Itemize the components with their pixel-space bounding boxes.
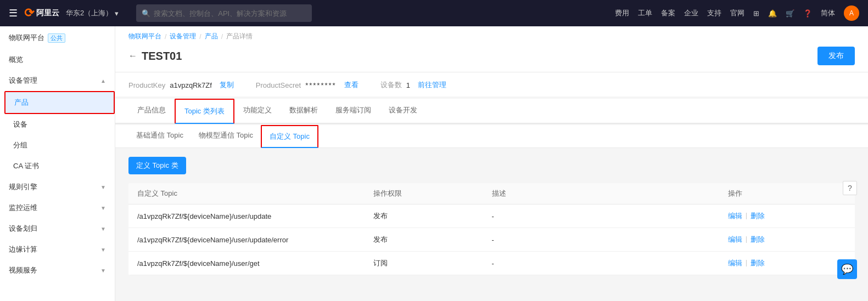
search-icon: 🔍 [142, 9, 150, 18]
row3-actions: 编辑 | 删除 [728, 258, 846, 268]
copy-link[interactable]: 复制 [220, 80, 234, 90]
row1-description: - [492, 212, 728, 220]
product-secret-item: ProductSecret ******** 查看 [256, 80, 359, 90]
sidebar-item-device-management[interactable]: 设备管理 ▲ [0, 70, 115, 91]
breadcrumb: 物联网平台 / 设备管理 / 产品 / 产品详情 [128, 26, 855, 41]
tab-device-dev[interactable]: 设备开发 [380, 99, 426, 124]
table-header: 自定义 Topic 操作权限 描述 操作 [128, 183, 855, 205]
row2-delete-link[interactable]: 删除 [751, 235, 765, 245]
chevron-down-icon-monitor: ▼ [100, 205, 106, 211]
chevron-down-icon: ▾ [115, 9, 119, 18]
tab-topic-list[interactable]: Topic 类列表 [175, 99, 234, 124]
sidebar-platform-label: 物联网平台 [9, 33, 44, 43]
row1-edit-link[interactable]: 编辑 [728, 211, 742, 221]
nav-action-enterprise[interactable]: 企业 [684, 8, 698, 18]
tab-product-info[interactable]: 产品信息 [128, 99, 175, 124]
sidebar-item-overview[interactable]: 概览 [0, 49, 115, 70]
subtab-thing-model[interactable]: 物模型通信 Topic [191, 125, 261, 148]
sidebar-item-products[interactable]: 产品 [4, 91, 115, 114]
sidebar-item-groups[interactable]: 分组 [4, 135, 115, 156]
row1-permission: 发布 [373, 211, 491, 221]
main-content: 物联网平台 / 设备管理 / 产品 / 产品详情 ← TEST01 发布 Pro… [115, 26, 868, 301]
question-icon[interactable]: ❓ [803, 9, 812, 18]
table-row: /a1vpzqRk7Zf/${deviceName}/user/get 订阅 -… [128, 252, 855, 275]
nav-action-official[interactable]: 官网 [730, 8, 744, 18]
menu-icon[interactable]: ☰ [9, 7, 18, 19]
region-selector[interactable]: 华东2（上海） ▾ [66, 8, 119, 18]
top-navigation: ☰ ⟳ 阿里云 华东2（上海） ▾ 🔍 费用 工单 备案 企业 支持 官网 ⊞ … [0, 0, 868, 26]
row3-description: - [492, 259, 728, 268]
row2-topic: /a1vpzqRk7Zf/${deviceName}/user/update/e… [137, 236, 373, 244]
back-button[interactable]: ← [128, 51, 137, 61]
tab-function-def[interactable]: 功能定义 [234, 99, 281, 124]
view-link[interactable]: 查看 [344, 80, 359, 90]
product-name: TEST01 [142, 50, 182, 63]
breadcrumb-device-mgmt[interactable]: 设备管理 [170, 32, 196, 41]
sidebar-item-monitor-ops[interactable]: 监控运维 ▼ [0, 197, 115, 218]
row3-edit-link[interactable]: 编辑 [728, 258, 742, 268]
sidebar: 物联网平台 公共 概览 设备管理 ▲ 产品 设备 分组 CA 证书 规则引擎 [0, 26, 115, 301]
sub-tabs: 基础通信 Topic 物模型通信 Topic 自定义 Topic [115, 125, 868, 148]
sidebar-platform-tag: 公共 [48, 33, 65, 43]
col-header-actions: 操作 [728, 189, 846, 198]
simplified-label[interactable]: 简体 [821, 8, 835, 18]
col-header-permission: 操作权限 [373, 189, 491, 198]
row1-delete-link[interactable]: 删除 [751, 211, 765, 221]
define-topic-button[interactable]: 定义 Topic 类 [128, 157, 186, 174]
row3-delete-link[interactable]: 删除 [751, 258, 765, 268]
row3-topic: /a1vpzqRk7Zf/${deviceName}/user/get [137, 259, 373, 268]
publish-button[interactable]: 发布 [817, 47, 855, 65]
subtab-custom[interactable]: 自定义 Topic [261, 125, 318, 148]
row3-permission: 订阅 [373, 258, 491, 268]
topic-table: 自定义 Topic 操作权限 描述 操作 /a1vpzqRk7Zf/${devi… [128, 183, 855, 275]
manage-link[interactable]: 前往管理 [418, 80, 446, 90]
nav-action-record[interactable]: 备案 [661, 8, 675, 18]
breadcrumb-iot[interactable]: 物联网平台 [128, 32, 161, 41]
search-bar[interactable]: 🔍 [136, 4, 312, 22]
breadcrumb-current: 产品详情 [226, 32, 253, 41]
main-layout: 物联网平台 公共 概览 设备管理 ▲ 产品 设备 分组 CA 证书 规则引擎 [0, 26, 868, 301]
avatar[interactable]: A [844, 5, 859, 21]
breadcrumb-products[interactable]: 产品 [205, 32, 218, 41]
product-secret-value: ******** [305, 81, 336, 89]
chevron-down-icon-video: ▼ [100, 268, 106, 274]
product-info: ProductKey a1vpzqRk7Zf 复制 ProductSecret … [115, 72, 868, 96]
subtab-basic[interactable]: 基础通信 Topic [128, 125, 191, 148]
col-header-topic: 自定义 Topic [137, 189, 373, 198]
chevron-up-icon: ▲ [100, 78, 106, 84]
page-title: ← TEST01 [128, 50, 182, 63]
cart-icon[interactable]: 🛒 [786, 9, 794, 18]
table-row: /a1vpzqRk7Zf/${deviceName}/user/update/e… [128, 228, 855, 252]
main-tabs: 产品信息 Topic 类列表 功能定义 数据解析 服务端订阅 设备开发 [115, 99, 868, 124]
col-header-description: 描述 [492, 189, 728, 198]
sidebar-item-edge-compute[interactable]: 边缘计算 ▼ [0, 239, 115, 260]
chat-icon[interactable]: 💬 [837, 259, 857, 279]
page-header: 物联网平台 / 设备管理 / 产品 / 产品详情 ← TEST01 发布 [115, 26, 868, 72]
sidebar-item-video[interactable]: 视频服务 ▼ [0, 260, 115, 281]
screen-icon[interactable]: ⊞ [753, 9, 759, 18]
nav-action-fees[interactable]: 费用 [615, 8, 629, 18]
product-key-value: a1vpzqRk7Zf [170, 81, 212, 89]
tab-data-parse[interactable]: 数据解析 [281, 99, 327, 124]
content-area: 定义 Topic 类 自定义 Topic 操作权限 描述 操作 /a1vpzqR… [115, 148, 868, 284]
sidebar-item-device-assign[interactable]: 设备划归 ▼ [0, 218, 115, 239]
nav-action-support[interactable]: 支持 [707, 8, 721, 18]
page-title-row: ← TEST01 发布 [128, 41, 855, 72]
nav-actions: 费用 工单 备案 企业 支持 官网 ⊞ 🔔 🛒 ❓ 简体 A [615, 5, 859, 21]
row2-description: - [492, 236, 728, 244]
sidebar-item-rules-engine[interactable]: 规则引擎 ▼ [0, 177, 115, 197]
sidebar-item-devices[interactable]: 设备 [4, 114, 115, 135]
sidebar-platform: 物联网平台 公共 [0, 26, 115, 49]
chevron-down-icon-rules: ▼ [100, 184, 106, 190]
row1-actions: 编辑 | 删除 [728, 211, 846, 221]
device-count-label: 设备数 [380, 80, 402, 90]
nav-action-ticket[interactable]: 工单 [638, 8, 652, 18]
help-icon[interactable]: ? [843, 181, 857, 195]
bell-icon[interactable]: 🔔 [768, 9, 777, 18]
row2-edit-link[interactable]: 编辑 [728, 235, 742, 245]
row2-actions: 编辑 | 删除 [728, 235, 846, 245]
sidebar-item-ca-cert[interactable]: CA 证书 [4, 156, 115, 177]
search-input[interactable] [154, 9, 306, 18]
logo: ⟳ 阿里云 [24, 6, 59, 20]
tab-server-sub[interactable]: 服务端订阅 [327, 99, 380, 124]
